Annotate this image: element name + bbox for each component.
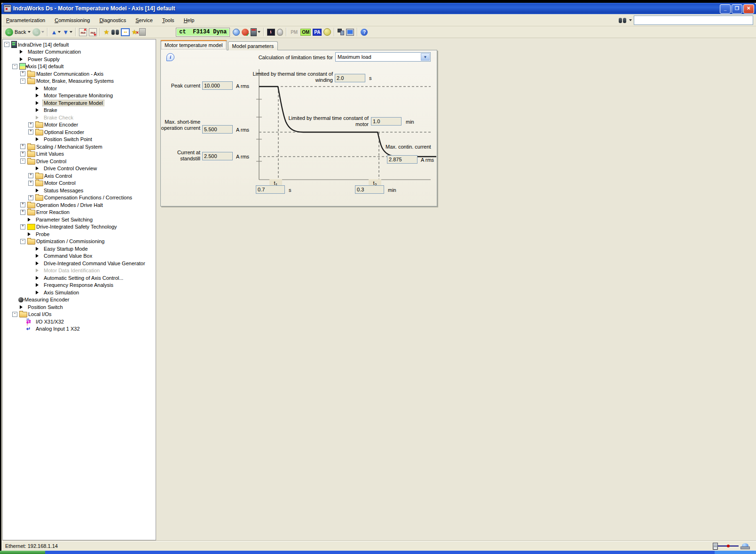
menu-tools[interactable]: Tools bbox=[158, 15, 179, 26]
tree-expander[interactable]: - bbox=[20, 158, 25, 164]
tree-item[interactable]: -Local I/Os bbox=[3, 311, 156, 318]
tree-item[interactable]: +Optional Encoder bbox=[3, 128, 156, 136]
back-button[interactable]: ← Back bbox=[5, 27, 31, 37]
tree-item[interactable]: Motor Temperature Model bbox=[3, 99, 156, 107]
tree-item[interactable]: -IndraDrive [14] default bbox=[3, 41, 156, 48]
tree-item[interactable]: Drive Control Overview bbox=[3, 165, 156, 173]
tree-expander[interactable]: - bbox=[20, 79, 25, 84]
tab-model-parameters[interactable]: Model parameters bbox=[228, 41, 278, 50]
tree-item[interactable]: Motor Data Identification bbox=[3, 267, 156, 275]
navigate-down-button[interactable]: ▼ bbox=[63, 27, 72, 37]
parameter-download-button[interactable]: PAR bbox=[89, 27, 97, 37]
tree-item[interactable]: Power Supply bbox=[3, 55, 156, 63]
tree-item[interactable]: +Operation Modes / Drive Halt bbox=[3, 201, 156, 209]
web-button[interactable] bbox=[233, 27, 240, 37]
t1-field[interactable] bbox=[256, 185, 285, 194]
tree-item[interactable]: Motor Temperature Monitoring bbox=[3, 92, 156, 100]
tree-item[interactable]: +Scaling / Mechanical System bbox=[3, 143, 156, 150]
restore-button[interactable]: ❐ bbox=[732, 4, 742, 14]
info-icon[interactable]: i bbox=[166, 53, 174, 61]
close-button[interactable]: ✕ bbox=[743, 4, 754, 14]
tree-expander[interactable]: + bbox=[20, 71, 25, 76]
om-mode-button[interactable]: OM bbox=[300, 27, 311, 37]
tree-item[interactable]: Status Messages bbox=[3, 187, 156, 194]
tree-item[interactable]: Brake Check bbox=[3, 114, 156, 121]
tree-item[interactable]: Easy Startup Mode bbox=[3, 245, 156, 253]
tree-item[interactable]: +Motor Encoder bbox=[3, 121, 156, 129]
network-device-button[interactable] bbox=[338, 27, 344, 37]
tree-expander[interactable]: - bbox=[12, 64, 17, 69]
parameter-upload-button[interactable]: PAR bbox=[79, 27, 87, 37]
tree-item[interactable]: +Limit Values bbox=[3, 150, 156, 158]
tree-expander[interactable]: + bbox=[20, 144, 25, 149]
parameter-list-button[interactable]: ★★ bbox=[121, 27, 130, 37]
search-dropdown-caret[interactable] bbox=[629, 19, 632, 21]
tree-expander[interactable]: + bbox=[20, 202, 25, 207]
tree-item[interactable]: ↵Analog Input 1 X32 bbox=[3, 325, 156, 333]
max-contin-current-field[interactable] bbox=[387, 155, 417, 164]
tree-item[interactable]: -Drive Control bbox=[3, 158, 156, 165]
tree-item[interactable]: -Motor, Brake, Measuring Systems bbox=[3, 78, 156, 85]
tree-item[interactable]: ⇄I/O X31/X32 bbox=[3, 318, 156, 325]
search-binoculars-icon[interactable] bbox=[619, 18, 626, 23]
tree-item[interactable]: +Motor Control bbox=[3, 180, 156, 187]
tree-expander[interactable]: - bbox=[4, 42, 9, 47]
winding-tc-field[interactable] bbox=[335, 74, 365, 82]
start-button-edge[interactable] bbox=[0, 551, 45, 554]
drive-menu-button[interactable] bbox=[251, 27, 260, 37]
tree-item[interactable]: +Master Communication - Axis bbox=[3, 70, 156, 78]
menu-commissioning[interactable]: Commissioning bbox=[50, 15, 94, 26]
tree-item[interactable]: Motor bbox=[3, 85, 156, 92]
tree-expander[interactable]: + bbox=[20, 151, 25, 157]
minimize-button[interactable]: _ bbox=[720, 4, 731, 14]
tree-expander[interactable]: + bbox=[28, 195, 33, 200]
tree-item[interactable]: Frequency Response Analysis bbox=[3, 282, 156, 289]
oscilloscope-button[interactable] bbox=[267, 27, 275, 37]
find-button[interactable] bbox=[111, 27, 119, 37]
menu-parameterization[interactable]: Parameterization bbox=[1, 15, 50, 26]
tree-item[interactable]: Brake bbox=[3, 107, 156, 114]
calc-times-combobox[interactable]: Maximum load ▼ bbox=[335, 52, 431, 62]
pa-mode-button[interactable]: PA bbox=[313, 27, 322, 37]
tree-expander[interactable]: + bbox=[20, 224, 25, 230]
tree-expander[interactable]: + bbox=[28, 122, 33, 127]
tree-item[interactable]: +Drive-Integrated Safety Technology bbox=[3, 223, 156, 231]
reset-error-button[interactable] bbox=[242, 27, 249, 37]
tree-item[interactable]: Drive-Integrated Command Value Generator bbox=[3, 260, 156, 267]
tree-item[interactable]: -Optimization / Commissioning bbox=[3, 238, 156, 245]
favorites-button[interactable]: ★ bbox=[103, 27, 110, 37]
tree-item[interactable]: Parameter Set Switching bbox=[3, 216, 156, 223]
tree-expander[interactable]: - bbox=[12, 312, 17, 317]
remote-device-button[interactable] bbox=[346, 27, 354, 37]
motor-tc-field[interactable] bbox=[371, 117, 402, 126]
tree-item[interactable]: +Axis Control bbox=[3, 172, 156, 180]
combobox-arrow-icon[interactable]: ▼ bbox=[421, 53, 430, 61]
tree-expander[interactable]: + bbox=[28, 173, 33, 178]
error-star-button[interactable]: ★ bbox=[132, 27, 138, 37]
search-input[interactable] bbox=[634, 16, 753, 25]
tree-item[interactable]: Position Switch bbox=[3, 303, 156, 311]
help-button[interactable]: ? bbox=[361, 27, 368, 37]
tree-item[interactable]: Axis Simulation bbox=[3, 289, 156, 296]
navigate-up-button[interactable]: ▲ bbox=[51, 27, 61, 37]
menu-service[interactable]: Service bbox=[131, 15, 158, 26]
standstill-current-field[interactable] bbox=[202, 152, 233, 160]
tree-expander[interactable]: + bbox=[20, 210, 25, 215]
signal-lamp-button[interactable] bbox=[277, 27, 283, 37]
tree-item[interactable]: Measuring Encoder bbox=[3, 296, 156, 304]
tab-motor-temperature-model[interactable]: Motor temperature model bbox=[160, 40, 227, 50]
t2-field[interactable] bbox=[355, 185, 384, 194]
tree-item[interactable]: Command Value Box bbox=[3, 253, 156, 260]
tree-item[interactable]: -Axis [14] default bbox=[3, 63, 156, 71]
menu-help[interactable]: Help bbox=[179, 15, 199, 26]
windows-taskbar[interactable] bbox=[0, 551, 756, 554]
tree-item[interactable]: +Error Reaction bbox=[3, 209, 156, 216]
peak-current-field[interactable] bbox=[202, 81, 233, 90]
tree-item[interactable]: Position Switch Point bbox=[3, 136, 156, 143]
menu-diagnostics[interactable]: Diagnostics bbox=[94, 15, 131, 26]
tree-expander[interactable]: + bbox=[28, 129, 33, 135]
tree-item[interactable]: Probe bbox=[3, 230, 156, 238]
tree-item[interactable]: Automatic Setting of Axis Control... bbox=[3, 274, 156, 282]
tree-item[interactable]: Master Communication bbox=[3, 48, 156, 56]
tree-expander[interactable]: - bbox=[20, 239, 25, 244]
